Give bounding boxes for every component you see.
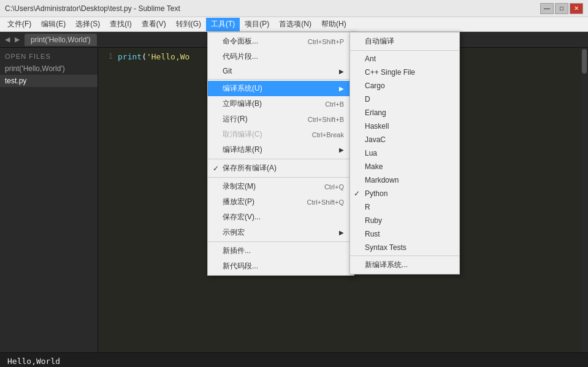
menu-command-palette[interactable]: 命令面板... Ctrl+Shift+P	[208, 34, 354, 49]
git-label: Git	[223, 67, 232, 75]
menu-save-macro[interactable]: 保存宏(V)...	[208, 210, 354, 225]
menu-view[interactable]: 查看(V)	[137, 18, 171, 31]
divider-4	[208, 241, 354, 242]
record-macro-label: 录制宏(M)	[223, 181, 256, 192]
output-panel: Hello,World [Finished in 0.3s]	[0, 352, 588, 367]
new-build-label: 新编译系统...	[365, 260, 408, 270]
menu-tools[interactable]: 工具(T)	[206, 18, 240, 31]
window-title: C:\Users\Administrator\Desktop\test.py -…	[5, 4, 180, 13]
example-macro-arrow: ▶	[339, 229, 344, 236]
erlang-label: Erlang	[365, 108, 386, 117]
menu-project[interactable]: 项目(P)	[240, 18, 274, 31]
new-plugin-label: 新插件...	[223, 246, 251, 256]
menu-preferences[interactable]: 首选项(N)	[274, 18, 316, 31]
build-divider-2	[350, 255, 459, 256]
new-snippet-label: 新代码段...	[223, 261, 258, 271]
submenu-auto-build[interactable]: 自动编译	[350, 34, 459, 49]
menu-build-results[interactable]: 编译结果(R) ▶	[208, 142, 354, 157]
tab-next-button[interactable]: ▶	[12, 36, 22, 44]
menu-record-macro[interactable]: 录制宏(M) Ctrl+Q	[208, 179, 354, 194]
submenu-ant[interactable]: Ant	[350, 52, 459, 66]
close-button[interactable]: ✕	[570, 3, 583, 14]
submenu-erlang[interactable]: Erlang	[350, 106, 459, 119]
ant-label: Ant	[365, 55, 376, 63]
d-label: D	[365, 95, 370, 104]
submenu-r[interactable]: R	[350, 200, 459, 214]
menu-run[interactable]: 运行(R) Ctrl+Shift+B	[208, 112, 354, 127]
submenu-lua[interactable]: Lua	[350, 146, 459, 160]
example-macro-label: 示例宏	[223, 227, 245, 238]
line-number-1: 1	[98, 52, 118, 61]
menu-play-macro[interactable]: 播放宏(P) Ctrl+Shift+Q	[208, 194, 354, 210]
minimize-button[interactable]: —	[540, 3, 554, 14]
cargo-label: Cargo	[365, 81, 385, 90]
menu-edit[interactable]: 编辑(E)	[36, 18, 71, 31]
sidebar-file-testpy[interactable]: test.py	[0, 75, 97, 87]
menu-select[interactable]: 选择(S)	[71, 18, 105, 31]
r-label: R	[365, 203, 370, 211]
editor-scrollbar[interactable]	[581, 48, 588, 352]
lua-label: Lua	[365, 149, 377, 157]
snippets-label: 代码片段...	[223, 51, 258, 62]
menu-save-all-build[interactable]: ✓ 保存所有编译(A)	[208, 161, 354, 176]
title-bar: C:\Users\Administrator\Desktop\test.py -…	[0, 0, 588, 17]
build-now-label: 立即编译(B)	[223, 99, 262, 109]
command-palette-shortcut: Ctrl+Shift+P	[308, 38, 344, 45]
menu-help[interactable]: 帮助(H)	[316, 18, 351, 31]
menu-build-now[interactable]: 立即编译(B) Ctrl+B	[208, 96, 354, 112]
code-string: 'Hello,Wo	[147, 52, 189, 61]
build-results-arrow: ▶	[339, 146, 344, 153]
active-tab[interactable]: print('Hello,World')	[25, 34, 97, 46]
divider-2	[208, 159, 354, 159]
submenu-javac[interactable]: JavaC	[350, 133, 459, 146]
save-all-label: 保存所有编译(A)	[223, 163, 277, 173]
menu-goto[interactable]: 转到(G)	[171, 18, 206, 31]
submenu-python[interactable]: ✓ Python	[350, 187, 459, 200]
divider-3	[208, 177, 354, 178]
submenu-syntax-tests[interactable]: Syntax Tests	[350, 241, 459, 254]
tools-menu: 命令面板... Ctrl+Shift+P 代码片段... Git ▶ 编译系统(…	[207, 32, 354, 276]
submenu-cpp[interactable]: C++ Single File	[350, 66, 459, 79]
play-macro-label: 播放宏(P)	[223, 197, 254, 207]
menu-new-plugin[interactable]: 新插件...	[208, 243, 354, 259]
submenu-rust[interactable]: Rust	[350, 227, 459, 241]
tab-prev-button[interactable]: ◀	[2, 36, 12, 44]
cancel-build-label: 取消编译(C)	[223, 129, 262, 140]
build-submenu: 自动编译 Ant C++ Single File Cargo D Erlang …	[349, 32, 460, 274]
menu-snippets[interactable]: 代码片段...	[208, 49, 354, 64]
run-label: 运行(R)	[223, 114, 248, 124]
play-macro-shortcut: Ctrl+Shift+Q	[307, 199, 344, 206]
divider-1	[208, 79, 354, 80]
menu-build-system[interactable]: 编译系统(U) ▶	[208, 81, 354, 96]
sidebar-file-hello[interactable]: print('Hello,World')	[0, 62, 97, 75]
submenu-ruby[interactable]: Ruby	[350, 214, 459, 227]
syntax-tests-label: Syntax Tests	[365, 243, 407, 252]
save-all-check: ✓	[213, 164, 219, 173]
ruby-label: Ruby	[365, 216, 382, 225]
maximize-button[interactable]: □	[555, 3, 568, 14]
scrollbar-thumb[interactable]	[582, 49, 587, 74]
submenu-d[interactable]: D	[350, 93, 459, 106]
javac-label: JavaC	[365, 135, 386, 144]
submenu-haskell[interactable]: Haskell	[350, 119, 459, 133]
build-system-arrow: ▶	[339, 85, 344, 92]
submenu-cargo[interactable]: Cargo	[350, 79, 459, 93]
make-label: Make	[365, 162, 383, 171]
submenu-make[interactable]: Make	[350, 160, 459, 173]
menu-cancel-build: 取消编译(C) Ctrl+Break	[208, 127, 354, 142]
sidebar: OPEN FILES print('Hello,World') test.py	[0, 48, 98, 352]
submenu-markdown[interactable]: Markdown	[350, 173, 459, 187]
build-divider-1	[350, 50, 459, 51]
build-now-shortcut: Ctrl+B	[325, 100, 344, 108]
rust-label: Rust	[365, 230, 380, 238]
menu-find[interactable]: 查找(I)	[105, 18, 136, 31]
menu-file[interactable]: 文件(F)	[2, 18, 36, 31]
menu-bar: 文件(F) 编辑(E) 选择(S) 查找(I) 查看(V) 转到(G) 工具(T…	[0, 17, 588, 32]
submenu-new-build[interactable]: 新编译系统...	[350, 257, 459, 273]
menu-git[interactable]: Git ▶	[208, 64, 354, 78]
haskell-label: Haskell	[365, 122, 389, 131]
menu-new-snippet[interactable]: 新代码段...	[208, 259, 354, 274]
menu-example-macro[interactable]: 示例宏 ▶	[208, 225, 354, 240]
git-arrow: ▶	[339, 68, 344, 75]
code-func: print	[118, 52, 142, 61]
